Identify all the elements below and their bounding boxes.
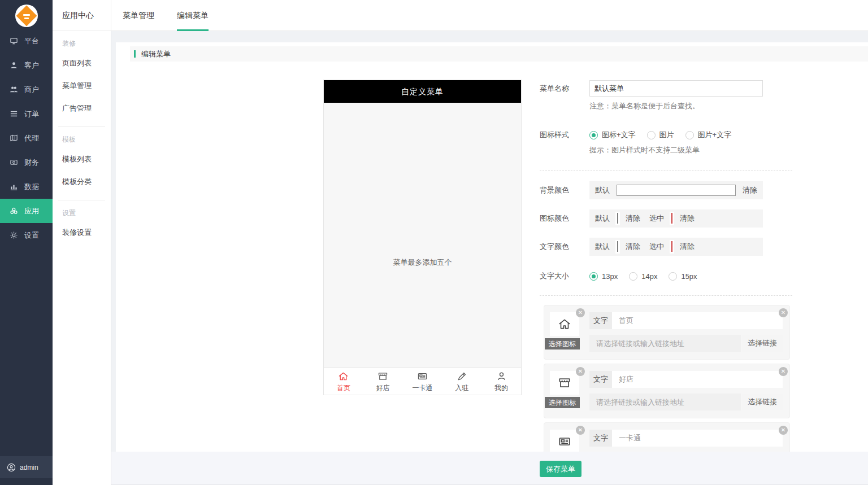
- icon-style-hint: 提示：图片样式时不支持二级菜单: [589, 145, 700, 155]
- text-clear-button[interactable]: 清除: [626, 242, 640, 252]
- phone-nav-label: 好店: [376, 383, 390, 393]
- sidebar-item-customer[interactable]: 客户: [0, 53, 53, 77]
- radio-15px[interactable]: [669, 272, 677, 281]
- sidebar-item-finance[interactable]: 财务: [0, 150, 53, 174]
- text-selected-button[interactable]: 选中: [649, 242, 664, 252]
- icon-clear-button[interactable]: 清除: [626, 213, 640, 224]
- phone-nav-mine[interactable]: 我的: [481, 368, 521, 395]
- menu-item-text-input[interactable]: [612, 371, 783, 388]
- monitor-icon: [10, 37, 18, 45]
- submenu-item-decoration-settings[interactable]: 装修设置: [62, 221, 111, 244]
- icon-selected-swatch[interactable]: [670, 212, 674, 225]
- choose-icon-button[interactable]: 选择图标: [545, 397, 580, 408]
- accent-bar: [134, 50, 136, 58]
- save-menu-button[interactable]: 保存菜单: [540, 461, 581, 477]
- apps-icon: [10, 207, 18, 215]
- sidebar-item-label: 数据: [24, 182, 39, 192]
- user-icon: [10, 61, 18, 69]
- text-field-label: 文字: [589, 312, 612, 329]
- text-default-swatch[interactable]: [615, 240, 620, 254]
- remove-item-button[interactable]: ✕: [779, 308, 788, 317]
- phone-nav-label: 入驻: [455, 383, 468, 393]
- submenu-item-page-list[interactable]: 页面列表: [62, 52, 111, 75]
- icon-selected-button[interactable]: 选中: [649, 213, 664, 224]
- sidebar-item-agent[interactable]: 代理: [0, 126, 53, 150]
- menu-item-icon-tile[interactable]: [550, 371, 579, 395]
- menu-name-label: 菜单名称: [540, 80, 586, 97]
- menu-name-note: 注意：菜单名称是便于后台查找。: [589, 101, 700, 111]
- radio-icon-text[interactable]: [589, 131, 598, 139]
- tab-edit-menu[interactable]: 编辑菜单: [177, 0, 209, 31]
- menu-item-text-row: 文字: [589, 371, 783, 388]
- section-label-settings: 设置: [62, 208, 111, 218]
- choose-link-button[interactable]: 选择链接: [742, 394, 783, 410]
- menu-name-input[interactable]: [589, 80, 763, 97]
- home-icon: [337, 370, 349, 382]
- menu-item-text-input[interactable]: [612, 312, 783, 329]
- text-field-label: 文字: [589, 371, 612, 388]
- radio-label: 图片: [659, 130, 674, 140]
- sidebar-item-settings[interactable]: 设置: [0, 223, 53, 247]
- phone-empty-hint: 菜单最多添加五个: [324, 257, 521, 268]
- icon-color-row: 默认 清除 选中 清除: [589, 209, 763, 228]
- phone-nav-join[interactable]: 入驻: [442, 368, 481, 395]
- menu-item-link-input[interactable]: [589, 394, 741, 410]
- menu-item-icon-tile[interactable]: [550, 312, 579, 336]
- list-icon: [10, 110, 18, 118]
- app-root: 平台 客户 商户 订单 代理 财务: [0, 0, 868, 485]
- icon-default-button[interactable]: 默认: [595, 213, 610, 224]
- choose-link-button[interactable]: 选择链接: [742, 335, 783, 352]
- finance-icon: [10, 158, 18, 167]
- text-default-button[interactable]: 默认: [595, 242, 610, 252]
- sidebar-item-label: 客户: [24, 60, 39, 71]
- submenu-item-template-list[interactable]: 模板列表: [62, 148, 111, 171]
- bg-color-swatch[interactable]: [617, 185, 736, 196]
- sidebar-item-application[interactable]: 应用: [0, 199, 53, 223]
- remove-item-button[interactable]: ✕: [779, 367, 788, 376]
- icon-default-swatch[interactable]: [615, 212, 620, 225]
- text-color-label: 文字颜色: [540, 238, 586, 256]
- logo[interactable]: [0, 0, 53, 31]
- menu-item-link-input[interactable]: [589, 335, 741, 352]
- sidebar-item-data[interactable]: 数据: [0, 174, 53, 199]
- person-icon: [496, 370, 507, 382]
- choose-icon-button[interactable]: 选择图标: [545, 338, 580, 349]
- submenu-item-menu-manage[interactable]: 菜单管理: [62, 75, 111, 97]
- radio-13px[interactable]: [589, 272, 598, 281]
- remove-icon-button[interactable]: ✕: [576, 367, 585, 376]
- sidebar-item-platform[interactable]: 平台: [0, 29, 53, 53]
- submenu-item-ad-manage[interactable]: 广告管理: [62, 97, 111, 120]
- menu-item-icon-tile[interactable]: [550, 430, 579, 452]
- icon-selected-clear-button[interactable]: 清除: [680, 213, 695, 224]
- icon-color-label: 图标颜色: [540, 209, 586, 228]
- radio-14px[interactable]: [629, 272, 637, 281]
- remove-icon-button[interactable]: ✕: [576, 308, 585, 317]
- phone-nav-home[interactable]: 首页: [324, 368, 363, 395]
- pencil-icon: [456, 370, 468, 382]
- sidebar-item-order[interactable]: 订单: [0, 102, 53, 126]
- remove-item-button[interactable]: ✕: [779, 426, 788, 435]
- menu-item-card-shops: ✕ 选择图标 ✕ 文字 选择链接: [544, 364, 790, 418]
- menu-item-link-row: 选择链接: [589, 394, 783, 410]
- font-size-radio-group: 13px 14px 15px: [589, 270, 709, 282]
- tab-menu-manage[interactable]: 菜单管理: [123, 0, 154, 31]
- menu-item-text-input[interactable]: [612, 430, 783, 447]
- menu-item-text-row: 文字: [589, 312, 783, 329]
- bg-default-button[interactable]: 默认: [595, 185, 610, 195]
- submenu-item-template-category[interactable]: 模板分类: [62, 171, 111, 193]
- text-selected-clear-button[interactable]: 清除: [680, 242, 695, 252]
- section-header: 编辑菜单: [130, 46, 868, 62]
- bg-clear-button[interactable]: 清除: [743, 185, 757, 195]
- admin-user[interactable]: admin: [0, 456, 53, 478]
- text-selected-swatch[interactable]: [670, 240, 674, 254]
- sidebar-item-merchant[interactable]: 商户: [0, 77, 53, 102]
- remove-icon-button[interactable]: ✕: [576, 426, 585, 435]
- phone-nav-card[interactable]: 一卡通: [403, 368, 442, 395]
- phone-nav-shops[interactable]: 好店: [363, 368, 403, 395]
- sidebar-item-label: 代理: [24, 133, 39, 143]
- bg-color-row: 默认 清除: [589, 181, 763, 199]
- radio-image[interactable]: [647, 131, 656, 139]
- logo-icon: [15, 5, 38, 27]
- radio-image-text[interactable]: [685, 131, 694, 139]
- radio-label: 图片+文字: [698, 130, 732, 140]
